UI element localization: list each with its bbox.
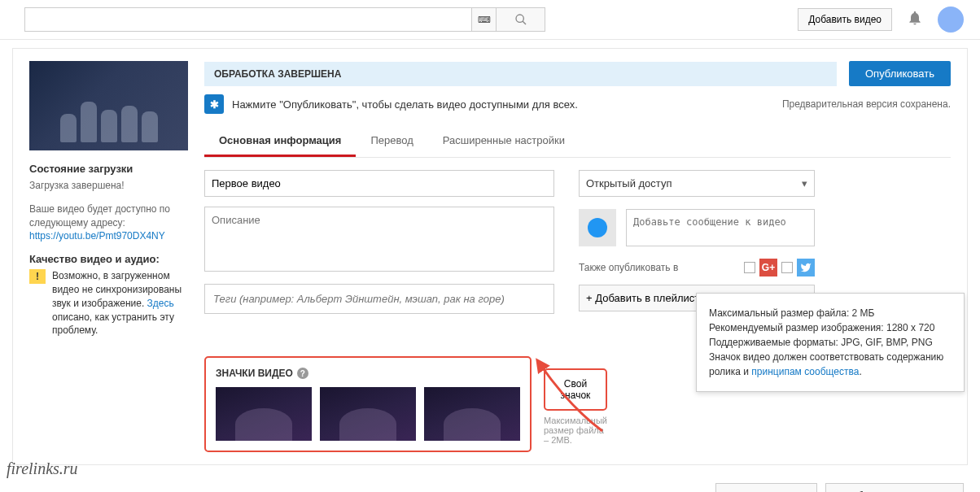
tab-basic-info[interactable]: Основная информация (204, 126, 356, 157)
tooltip-line4: Значок видео должен соответствовать соде… (709, 350, 952, 379)
share-avatar (579, 209, 616, 246)
thumb-option-1[interactable] (216, 387, 312, 441)
video-preview-thumb[interactable] (29, 61, 188, 150)
description-textarea[interactable] (204, 207, 554, 272)
draft-saved-text: Предварительная версия сохранена. (782, 98, 951, 110)
svg-point-0 (516, 15, 523, 22)
upload-status-heading: Состояние загрузки (29, 163, 188, 175)
chevron-down-icon: ▾ (802, 177, 807, 189)
tabs: Основная информация Перевод Расширенные … (204, 126, 951, 158)
header-right: Добавить видео (798, 7, 964, 33)
community-guidelines-link[interactable]: принципам сообщества (751, 366, 859, 377)
add-video-button[interactable]: Добавить видео (798, 8, 892, 31)
left-sidebar: Состояние загрузки Загрузка завершена! В… (29, 61, 188, 452)
thumbs-row (216, 387, 520, 441)
form-left: ЗНАЧКИ ВИДЕО ? Свой значок Максимальный … (204, 170, 554, 452)
gplus-checkbox[interactable] (744, 262, 755, 273)
svg-line-1 (523, 21, 526, 24)
thumb-option-3[interactable] (424, 387, 520, 441)
header: ⌨ Добавить видео (0, 0, 980, 40)
video-url-label: Ваше видео будет доступно по следующему … (29, 202, 188, 243)
keyboard-icon[interactable]: ⌨ (472, 7, 497, 32)
tooltip-line3: Поддерживаемые форматы: JPG, GIF, BMP, P… (709, 335, 952, 350)
visibility-value: Открытый доступ (586, 177, 672, 189)
thumb-option-2[interactable] (320, 387, 416, 441)
thumbnails-section: ЗНАЧКИ ВИДЕО ? (204, 356, 532, 452)
upload-complete-text: Загрузка завершена! (29, 179, 188, 193)
tooltip-line4b: . (859, 366, 861, 377)
main-container: Состояние загрузки Загрузка завершена! В… (12, 48, 968, 465)
twitter-icon[interactable] (797, 259, 815, 276)
tab-advanced[interactable]: Расширенные настройки (428, 126, 580, 157)
search-container: ⌨ (24, 7, 545, 32)
video-manager-button[interactable]: Менеджер видео (715, 483, 817, 492)
also-publish-row: Также опубликовать в G+ (579, 259, 815, 276)
share-message-input[interactable] (626, 209, 815, 246)
warning-icon: ! (29, 269, 46, 284)
tab-translation[interactable]: Перевод (356, 126, 427, 157)
tags-input[interactable] (204, 284, 554, 314)
share-row (579, 209, 815, 246)
warning-link[interactable]: Здесь (147, 298, 174, 309)
also-publish-label: Также опубликовать в (579, 262, 678, 273)
quality-heading: Качество видео и аудио: (29, 253, 188, 265)
twitter-checkbox[interactable] (781, 262, 793, 273)
content-area: ОБРАБОТКА ЗАВЕРШЕНА Опубликовать ✱ Нажми… (204, 61, 951, 452)
tooltip-line2: Рекомендуемый размер изображения: 1280 x… (709, 320, 952, 335)
notifications-icon[interactable] (907, 10, 923, 30)
user-avatar[interactable] (938, 7, 964, 33)
top-row: ОБРАБОТКА ЗАВЕРШЕНА Опубликовать (204, 61, 951, 86)
processing-status: ОБРАБОТКА ЗАВЕРШЕНА (204, 62, 837, 86)
gplus-icon[interactable]: G+ (759, 259, 777, 276)
visibility-select[interactable]: Открытый доступ ▾ (579, 170, 815, 197)
publish-notice: Нажмите "Опубликовать", чтобы сделать ви… (232, 98, 578, 111)
tooltip-line1: Максимальный размер файла: 2 МБ (709, 306, 952, 320)
search-input[interactable] (24, 7, 472, 32)
info-icon: ✱ (204, 94, 224, 114)
title-input[interactable] (204, 170, 554, 197)
search-button[interactable] (497, 7, 545, 32)
watermark: firelinks.ru (7, 459, 78, 478)
bottom-buttons: Менеджер видео + Добавить другое видео (0, 473, 980, 492)
publish-button[interactable]: Опубликовать (849, 61, 951, 86)
video-url-link[interactable]: https://youtu.be/Pmt970DX4NY (29, 230, 165, 242)
notice-row: ✱ Нажмите "Опубликовать", чтобы сделать … (204, 86, 951, 122)
add-another-video-button[interactable]: + Добавить другое видео (825, 483, 964, 492)
warning-text-2: описано, как устранить эту проблему. (52, 311, 174, 337)
thumbs-heading: ЗНАЧКИ ВИДЕО ? (216, 368, 520, 379)
thumbs-heading-text: ЗНАЧКИ ВИДЕО (216, 368, 293, 379)
video-available-text: Ваше видео будет доступно по следующему … (29, 203, 170, 229)
help-icon[interactable]: ? (297, 368, 308, 379)
tooltip-filesize: Максимальный размер файла: 2 МБ Рекоменд… (696, 293, 965, 392)
sync-warning: ! Возможно, в загруженном видео не синхр… (29, 269, 188, 337)
